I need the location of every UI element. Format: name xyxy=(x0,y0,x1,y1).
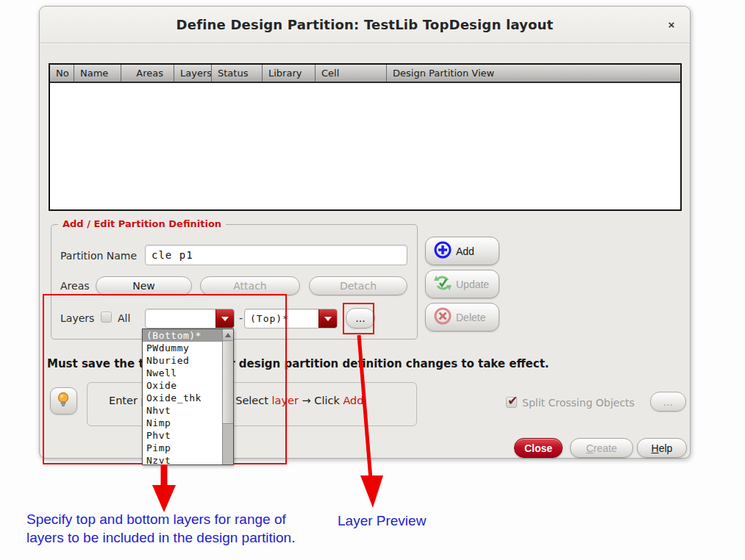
layer-dropdown-list: (Bottom)*PWdummyNburiedNwellOxideOxide_t… xyxy=(142,329,234,465)
add-plus-icon xyxy=(432,240,453,262)
layer-option[interactable]: Nzvt xyxy=(143,454,222,464)
help-button[interactable]: Help xyxy=(637,438,687,458)
column-header[interactable]: Layers xyxy=(174,65,212,82)
preview-annotation-rect xyxy=(343,303,374,334)
layer-option[interactable]: Oxide xyxy=(143,379,222,392)
column-header[interactable]: Design Partition View xyxy=(387,65,680,82)
layer-dropdown-items: (Bottom)*PWdummyNburiedNwellOxideOxide_t… xyxy=(143,329,222,464)
layer-option[interactable]: Nimp xyxy=(143,417,222,429)
right-arrow-head xyxy=(360,475,383,508)
layer-option[interactable]: Nburied xyxy=(143,354,222,367)
split-crossing-checkbox[interactable]: ✔ xyxy=(506,397,517,408)
column-header[interactable]: Areas xyxy=(121,65,174,82)
partition-name-label: Partition Name xyxy=(60,250,137,262)
split-crossing-label: Split Crossing Objects xyxy=(522,397,635,409)
column-header[interactable]: Library xyxy=(263,65,316,82)
dialog-title: Define Design Partition: TestLib TopDesi… xyxy=(40,7,690,43)
layer-option[interactable]: Oxide_thk xyxy=(143,392,222,404)
layer-option[interactable]: (Bottom)* xyxy=(143,329,222,342)
scroll-up-icon[interactable] xyxy=(223,329,233,341)
scrollbar-thumb[interactable] xyxy=(223,342,233,424)
areas-detach-button[interactable]: Detach xyxy=(309,276,407,295)
update-button[interactable]: Update xyxy=(425,270,499,298)
layer-option[interactable]: Pimp xyxy=(143,442,222,454)
layer-option[interactable]: Phvt xyxy=(143,429,222,442)
areas-attach-button[interactable]: Attach xyxy=(200,276,300,295)
column-header[interactable]: Status xyxy=(212,65,263,82)
group-title: Add / Edit Partition Definition xyxy=(58,218,226,229)
partition-table-header: NoNameAreasLayersStatusLibraryCellDesign… xyxy=(50,65,680,83)
layer-option[interactable]: Nwell xyxy=(143,367,222,379)
areas-label: Areas xyxy=(60,280,90,292)
close-button[interactable]: Close xyxy=(514,438,563,458)
partition-table: NoNameAreasLayersStatusLibraryCellDesign… xyxy=(49,63,682,211)
close-icon[interactable]: × xyxy=(664,18,679,32)
dialog-titlebar: Define Design Partition: TestLib TopDesi… xyxy=(40,7,690,43)
delete-button[interactable]: Delete xyxy=(425,303,499,331)
column-header[interactable]: Name xyxy=(74,65,121,82)
create-button[interactable]: Create xyxy=(570,438,633,458)
chevron-down-icon[interactable] xyxy=(318,309,337,328)
delete-x-icon xyxy=(432,306,453,329)
checkmark-icon: ✔ xyxy=(507,393,518,408)
layers-range-note: Specify top and bottom layers for range … xyxy=(26,510,295,547)
areas-new-button[interactable]: New xyxy=(96,276,192,295)
left-arrow-head xyxy=(152,485,176,512)
add-button[interactable]: Add xyxy=(425,237,499,265)
column-header[interactable]: No xyxy=(50,65,74,82)
update-refresh-icon xyxy=(432,273,453,295)
split-options-button[interactable]: ... xyxy=(650,392,686,412)
dropdown-scrollbar[interactable] xyxy=(222,329,233,464)
scrollbar-track[interactable] xyxy=(223,425,233,464)
layer-preview-note: Layer Preview xyxy=(338,511,426,530)
layer-option[interactable]: Nhvt xyxy=(143,404,222,417)
layer-option[interactable]: PWdummy xyxy=(143,342,222,354)
partition-name-input[interactable] xyxy=(145,245,407,265)
column-header[interactable]: Cell xyxy=(316,65,387,82)
partition-table-body[interactable] xyxy=(50,83,680,209)
